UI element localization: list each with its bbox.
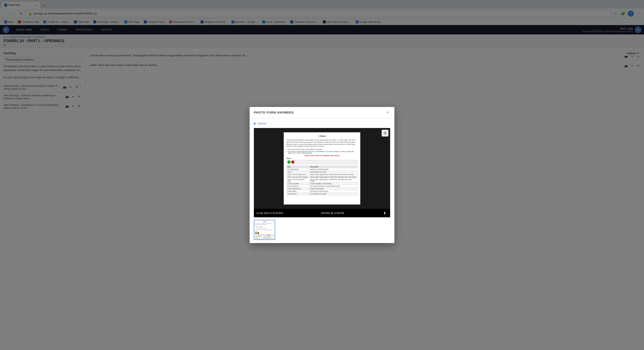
doc-intro-text: The Client has the ability to view all t…: [286, 139, 358, 147]
thumbnail-doc-mini: • Client The Client has the ability to v…: [254, 220, 275, 239]
role-add-btn[interactable]: +: [288, 161, 290, 164]
doc-title: • Client: [286, 135, 358, 137]
roles-table: Role Description BU AdministratorBusines…: [286, 166, 358, 195]
upload-label: Upload: [258, 122, 266, 125]
thumbnail-1[interactable]: • Client The Client has the ability to v…: [254, 220, 275, 240]
thumbnails-row: • Client The Client has the ability to v…: [254, 220, 390, 240]
table-row: Client / Sub-Con Add PackageAllows Other…: [287, 176, 358, 178]
modal-close-button[interactable]: ×: [385, 110, 390, 115]
photo-timestamp-bar: 21 Apr 2022 at 10:25 BST 9/5/2022 @ 12:4…: [254, 209, 390, 217]
table-row: Create TemplatesCreate templates, cannot…: [287, 182, 358, 185]
table-row: ClientOnly maintain own tasks: [287, 171, 358, 173]
photo-document: • Client The Client has the ability to v…: [284, 132, 360, 204]
photo-download-button[interactable]: ⬇: [382, 210, 388, 216]
timestamp-right: 9/5/2022 @ 12:48 PM: [321, 212, 344, 214]
table-header-role: Role: [287, 166, 310, 168]
photo-content: • Client The Client has the ability to v…: [254, 128, 390, 209]
roles-section: Roles + × Role: [286, 157, 358, 195]
doc-bullet-2: •Can create a Client Snag and Issue it t…: [286, 151, 358, 154]
table-row: SubcontractorOnly maintain own tasks: [287, 193, 358, 195]
upload-icon: ▶: [254, 122, 256, 125]
trash-icon: [383, 131, 387, 135]
roles-title: Roles: [286, 157, 358, 159]
photo-main-area: • Client The Client has the ability to v…: [254, 128, 390, 209]
table-row: Form ContributorCan Only Contribute To F…: [287, 185, 358, 187]
modal-overlay[interactable]: PHOTO FORM ANSWERS × ▶ Upload: [0, 0, 644, 350]
thumbnail-1-inner: • Client The Client has the ability to v…: [254, 220, 275, 239]
upload-button[interactable]: ▶ Upload: [254, 122, 390, 125]
doc-bullet-1: •Can view all Task that have been added …: [286, 149, 358, 150]
modal-title: PHOTO FORM ANSWERS: [254, 111, 294, 114]
thumb-content: • Client The Client has the ability to v…: [254, 220, 275, 239]
table-row: Client / Sub-Con Add Task TypeAllows Oth…: [287, 178, 358, 182]
photo-viewer: • Client The Client has the ability to v…: [254, 128, 390, 217]
doc-content: • Client The Client has the ability to v…: [284, 133, 360, 198]
role-remove-btn[interactable]: ×: [291, 161, 294, 164]
table-row: BU AdministratorBusiness Unit Administra…: [287, 168, 358, 171]
photo-form-modal: PHOTO FORM ANSWERS × ▶ Upload: [250, 107, 394, 243]
table-row: Project EditorEdit rights for all proces…: [287, 190, 358, 193]
table-row: Project AdministratorProject Administrat…: [287, 187, 358, 190]
modal-header: PHOTO FORM ANSWERS ×: [250, 107, 394, 118]
table-header-desc: Description: [309, 166, 357, 168]
doc-section-link: Insert screen shot of company roles belo…: [286, 155, 358, 157]
photo-delete-button[interactable]: [382, 130, 388, 137]
timestamp-left: 21 Apr 2022 at 10:25 BST: [256, 212, 284, 214]
table-row: Client / Sub-Con Add FormsAllows Other O…: [287, 173, 358, 176]
roles-header: + ×: [286, 160, 358, 164]
modal-body: ▶ Upload: [250, 118, 394, 243]
